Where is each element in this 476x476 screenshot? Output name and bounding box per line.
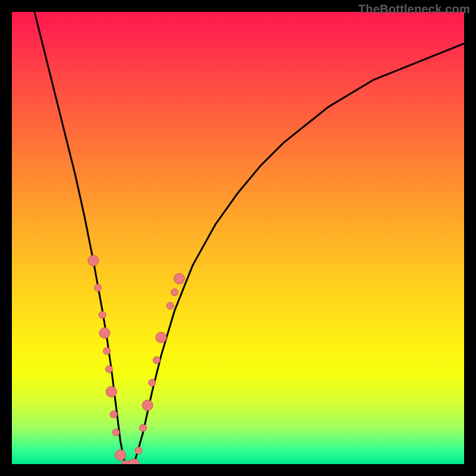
- curve-marker: [88, 255, 99, 266]
- curve-marker: [110, 411, 117, 418]
- curve-marker: [99, 328, 110, 339]
- curve-line: [35, 12, 464, 464]
- curve-marker: [99, 311, 106, 318]
- curve-marker: [112, 429, 120, 436]
- bottleneck-curve: [12, 12, 464, 464]
- curve-marker: [153, 356, 160, 364]
- curve-marker: [156, 332, 167, 343]
- curve-marker: [142, 400, 153, 411]
- curve-marker: [171, 289, 178, 296]
- curve-marker: [149, 379, 156, 386]
- curve-marker: [129, 459, 139, 464]
- curve-marker: [174, 273, 184, 284]
- curve-marker: [135, 447, 142, 454]
- curve-marker: [104, 347, 111, 355]
- watermark-text: TheBottleneck.com: [358, 2, 470, 16]
- curve-marker: [139, 424, 146, 431]
- curve-marker: [106, 386, 117, 397]
- curve-marker: [115, 450, 126, 461]
- curve-marker-group: [88, 255, 184, 464]
- curve-marker: [94, 284, 101, 292]
- curve-marker: [167, 302, 174, 309]
- curve-marker: [105, 365, 112, 372]
